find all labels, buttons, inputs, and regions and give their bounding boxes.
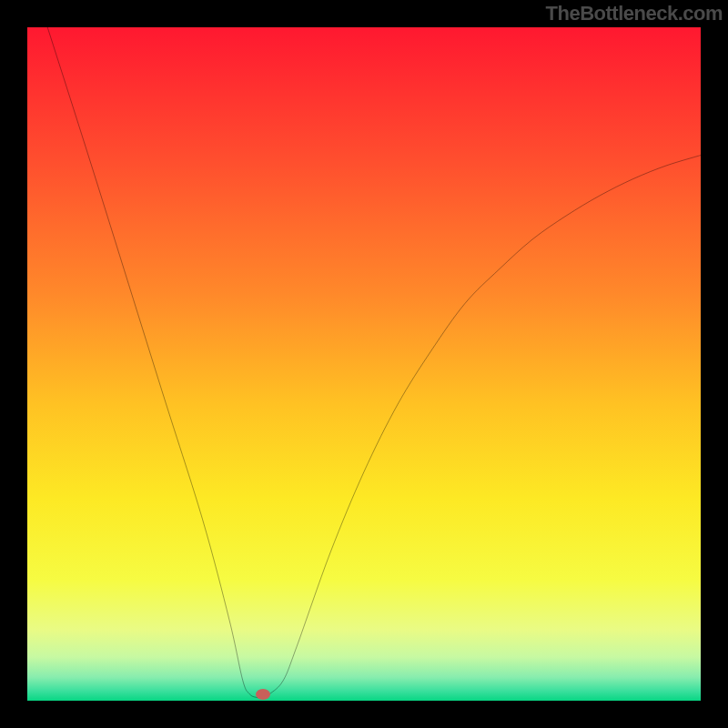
chart-frame: TheBottleneck.com xyxy=(0,0,728,728)
plot-area xyxy=(27,27,701,701)
minimum-marker-icon xyxy=(256,689,270,700)
attribution-watermark: TheBottleneck.com xyxy=(546,2,723,25)
bottleneck-curve xyxy=(27,27,701,701)
